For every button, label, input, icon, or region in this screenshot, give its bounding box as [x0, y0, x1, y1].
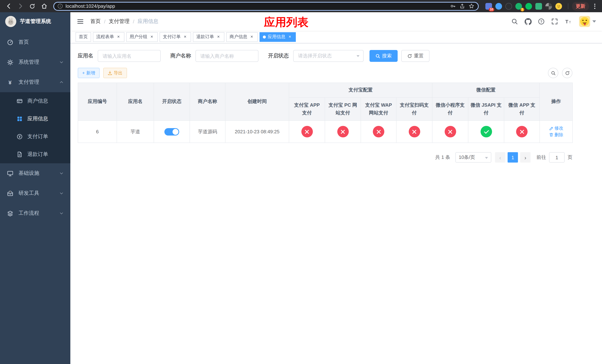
sidebar-item-app-info[interactable]: 应用信息: [0, 110, 70, 128]
sidebar-menu: 首页 系统管理 ¥ 支付管理: [0, 31, 70, 223]
tab-label: 支付订单: [163, 34, 181, 40]
search-button[interactable]: 搜索: [369, 50, 398, 62]
tab-app-info[interactable]: 应用信息 ×: [259, 32, 296, 42]
status-select[interactable]: 请选择开启状态: [293, 50, 364, 62]
pagination-total: 共 1 条: [435, 154, 450, 161]
cell-actions: 修改 删除: [540, 121, 573, 143]
delete-link[interactable]: 删除: [549, 132, 563, 138]
status-toggle[interactable]: [164, 128, 179, 136]
tab-label: 首页: [79, 34, 88, 40]
address-bar[interactable]: i localhost:1024/pay/app: [53, 2, 479, 11]
toggle-search-button[interactable]: [548, 68, 558, 78]
tab-user-group[interactable]: 用户分组 ×: [126, 32, 158, 42]
extension-icon[interactable]: [555, 3, 562, 10]
github-icon[interactable]: [524, 18, 532, 25]
extension-icon[interactable]: [545, 3, 552, 10]
tab-home[interactable]: 首页: [75, 32, 91, 42]
sidebar-item-refund-order[interactable]: 退款订单: [0, 146, 70, 163]
sidebar-item-label: 支付订单: [27, 133, 48, 140]
sidebar-item-payment[interactable]: ¥ 支付管理: [0, 72, 70, 92]
reload-icon[interactable]: [27, 1, 37, 11]
close-icon[interactable]: ×: [249, 34, 254, 39]
status-check-icon: [480, 126, 492, 138]
tab-label: 流程表单: [96, 34, 114, 40]
page-title: 应用列表: [264, 15, 308, 30]
extension-icon[interactable]: [525, 3, 532, 10]
page-size-select[interactable]: 10条/页: [455, 152, 491, 163]
home-icon[interactable]: [39, 1, 49, 11]
url-text: localhost:1024/pay/app: [65, 3, 447, 9]
add-button-label: 新增: [86, 70, 95, 76]
delete-link-label: 删除: [554, 132, 563, 138]
user-menu[interactable]: [579, 16, 596, 27]
refresh-button[interactable]: [562, 68, 572, 78]
add-button[interactable]: + 新增: [78, 68, 100, 78]
extension-icon[interactable]: 1: [515, 3, 522, 10]
sidebar-item-home[interactable]: 首页: [0, 32, 70, 52]
edit-link[interactable]: 修改: [549, 125, 563, 132]
back-icon[interactable]: [4, 1, 13, 11]
reset-button[interactable]: 重置: [401, 50, 430, 62]
forward-icon[interactable]: [16, 1, 25, 11]
tags-view: 首页 流程表单 × 用户分组 × 支付订单 × 退款订单 ×: [70, 31, 602, 43]
sidebar-item-workflow[interactable]: 工作流程: [0, 203, 70, 223]
extension-icon[interactable]: [505, 3, 512, 10]
help-icon[interactable]: ?: [538, 18, 545, 25]
close-icon[interactable]: ×: [183, 34, 188, 39]
fullscreen-icon[interactable]: [551, 18, 558, 25]
sidebar-item-system[interactable]: 系统管理: [0, 52, 70, 72]
close-icon[interactable]: ×: [287, 34, 292, 39]
app-name-input[interactable]: [98, 50, 161, 62]
tab-merchant-info[interactable]: 商户信息 ×: [226, 32, 258, 42]
app-logo[interactable]: 芋道管理系统: [0, 12, 70, 31]
sidebar-item-infrastructure[interactable]: 基础设施: [0, 163, 70, 183]
cell-merchant: 芋道源码: [190, 121, 225, 143]
close-icon[interactable]: ×: [116, 34, 121, 39]
tab-pay-order[interactable]: 支付订单 ×: [160, 32, 191, 42]
search-icon[interactable]: [511, 18, 518, 25]
sidebar-item-label: 退款订单: [27, 151, 48, 158]
col-group-wechat: 微信配置: [432, 83, 540, 97]
sidebar-item-merchant-info[interactable]: 商户信息: [0, 92, 70, 110]
goto-page-input[interactable]: [549, 152, 565, 163]
extension-icon[interactable]: [495, 3, 502, 10]
export-button[interactable]: 导出: [103, 68, 127, 78]
status-cross-icon: [444, 126, 456, 138]
prev-page-button[interactable]: ‹: [495, 152, 505, 163]
search-button-label: 搜索: [382, 53, 392, 59]
top-navbar: 首页 / 支付管理 / 应用信息 应用列表 ?: [70, 12, 602, 31]
key-icon[interactable]: [450, 3, 456, 9]
browser-menu-icon[interactable]: [591, 2, 598, 10]
col-header-alipay-app: 支付宝 APP 支付: [289, 97, 325, 121]
extension-icon[interactable]: 10: [485, 3, 492, 10]
sidebar-item-dev-tools[interactable]: 研发工具: [0, 183, 70, 203]
site-info-icon[interactable]: i: [58, 4, 63, 9]
credit-card-icon: [16, 98, 23, 104]
close-icon[interactable]: ×: [216, 34, 221, 39]
sidebar-item-pay-order[interactable]: 支付订单: [0, 128, 70, 146]
bookmark-star-icon[interactable]: [469, 3, 474, 9]
next-page-button[interactable]: ›: [520, 152, 531, 163]
browser-update-button[interactable]: 更新: [572, 2, 589, 11]
chevron-up-icon: [59, 80, 64, 85]
tab-refund-order[interactable]: 退款订单 ×: [193, 32, 224, 42]
breadcrumb: 首页 / 支付管理 / 应用信息: [90, 18, 159, 25]
share-icon[interactable]: [460, 3, 465, 9]
cell-alipay-wap: [361, 121, 396, 143]
cell-wx-app: [504, 121, 540, 143]
col-header-alipay-wap: 支付宝 WAP 网站支付: [361, 97, 396, 121]
pay-order-icon: [16, 134, 23, 139]
close-icon[interactable]: ×: [149, 34, 154, 39]
merchant-name-input[interactable]: [195, 50, 258, 62]
chevron-down-icon: [59, 191, 64, 195]
tab-process-form[interactable]: 流程表单 ×: [93, 32, 124, 42]
breadcrumb-payment[interactable]: 支付管理: [109, 18, 129, 25]
page-number-1[interactable]: 1: [508, 152, 518, 163]
hamburger-icon[interactable]: [76, 17, 85, 26]
col-header-app-id: 应用编号: [78, 83, 117, 121]
sidebar-item-label: 应用信息: [27, 116, 48, 122]
breadcrumb-home[interactable]: 首页: [90, 18, 101, 25]
font-size-icon[interactable]: TT: [564, 18, 572, 25]
cell-wx-jsapi: [468, 121, 504, 143]
extension-icon[interactable]: [535, 3, 542, 10]
